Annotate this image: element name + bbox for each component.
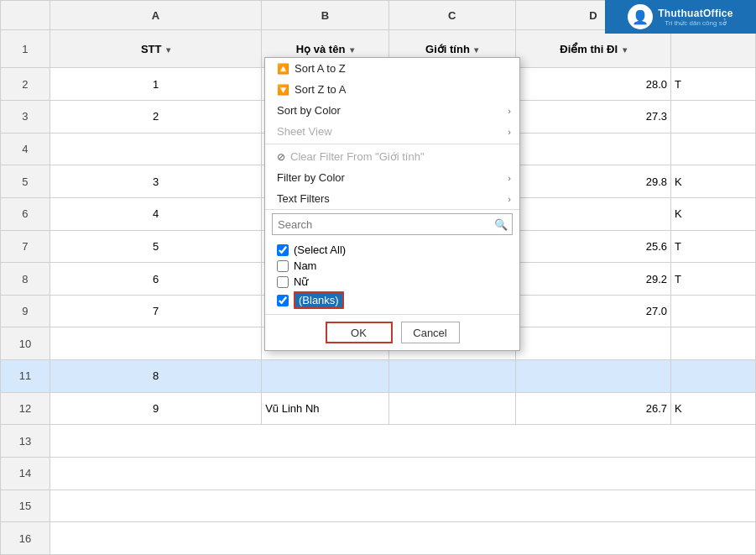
row-number: 14 [1, 457, 50, 490]
search-icon: 🔍 [494, 218, 508, 231]
cell-score: 29.8 [515, 165, 670, 198]
sheet-view-menu-item[interactable]: Sheet View › [265, 121, 519, 142]
filter-stt-icon[interactable]: ▾ [166, 45, 170, 55]
cell-extra [671, 295, 756, 327]
cell-stt: 3 [50, 165, 261, 198]
cell-stt [50, 133, 261, 165]
row-number: 12 [1, 392, 50, 425]
blanks-check-item[interactable]: (Blanks) [277, 290, 508, 311]
cell-stt: 8 [50, 360, 261, 393]
row-number: 3 [1, 101, 50, 134]
cell-extra [671, 133, 756, 165]
header-diem-thi[interactable]: Điểm thi ĐI ▾ [515, 30, 670, 68]
sort-by-color-label: Sort by Color [277, 104, 341, 117]
nu-label: Nữ [294, 275, 308, 288]
table-row: 11 8 [1, 360, 756, 393]
logo-area: 👤 ThuthuatOffice Tri thức dân công sở [605, 0, 756, 34]
col-header-rownum [1, 1, 50, 30]
cell-gender [388, 360, 515, 393]
nam-label: Nam [294, 259, 316, 272]
cell-stt: 9 [50, 392, 261, 425]
col-header-b: B [262, 1, 388, 30]
row-number: 11 [1, 360, 50, 393]
logo-sub: Tri thức dân công sở [658, 19, 733, 27]
cell-extra: T [671, 68, 756, 101]
text-filters-menu-item[interactable]: Text Filters › [265, 188, 519, 209]
cell-extra: K [671, 392, 756, 425]
row-number: 10 [1, 327, 50, 360]
row-number: 8 [1, 263, 50, 296]
col-header-a: A [50, 1, 261, 30]
sort-az-icon: 🔼 [277, 63, 289, 75]
cell-extra: T [671, 230, 756, 263]
table-row: 13 [1, 425, 756, 458]
cell-stt: 5 [50, 230, 261, 263]
cell-score: 27.3 [515, 101, 670, 134]
nam-check-item[interactable]: Nam [277, 258, 508, 274]
select-all-checkbox[interactable] [277, 244, 289, 256]
row-number: 16 [1, 522, 50, 555]
cell-score: 28.0 [515, 68, 670, 101]
row-number: 13 [1, 425, 50, 458]
cell-stt: 2 [50, 101, 261, 134]
nu-checkbox[interactable] [277, 276, 289, 288]
filter-gioi-tinh-icon[interactable]: ▾ [474, 45, 478, 55]
table-row: 16 [1, 522, 756, 555]
sort-az-menu-item[interactable]: 🔼 Sort A to Z [265, 58, 519, 79]
cell-extra: T [671, 263, 756, 296]
header-stt[interactable]: STT ▾ [50, 30, 261, 68]
search-input[interactable] [272, 213, 513, 235]
sort-za-menu-item[interactable]: 🔽 Sort Z to A [265, 79, 519, 100]
sheet-view-arrow-icon: › [508, 127, 511, 137]
table-row: 14 [1, 457, 756, 490]
logo-person-icon: 👤 [632, 9, 649, 25]
cell-score [515, 360, 670, 393]
blanks-checkbox[interactable] [277, 295, 289, 306]
row-number: 7 [1, 230, 50, 263]
logo-icon: 👤 [628, 4, 653, 29]
row-number: 4 [1, 133, 50, 165]
cell-extra: K [671, 197, 756, 230]
clear-filter-menu-item[interactable]: ⊘ Clear Filter From "Giới tính" [265, 146, 519, 167]
row-number: 2 [1, 68, 50, 101]
sort-za-icon: 🔽 [277, 84, 289, 96]
ok-button[interactable]: OK [326, 322, 393, 343]
cell-score: 27.0 [515, 295, 670, 327]
filter-by-color-menu-item[interactable]: Filter by Color › [265, 167, 519, 188]
filter-color-arrow-icon: › [508, 173, 511, 183]
logo-text-block: ThuthuatOffice Tri thức dân công sở [658, 7, 733, 27]
blanks-label: (Blanks) [294, 291, 344, 309]
cell-name [262, 360, 388, 393]
filter-clear-icon: ⊘ [277, 151, 285, 163]
sort-by-color-menu-item[interactable]: Sort by Color › [265, 100, 519, 121]
header-extra[interactable] [671, 30, 756, 68]
select-all-check-item[interactable]: (Select All) [277, 242, 508, 258]
spreadsheet: 👤 ThuthuatOffice Tri thức dân công sở A … [0, 0, 756, 555]
row-number: 15 [1, 490, 50, 522]
row-number-1: 1 [1, 30, 50, 68]
filter-dropdown-menu: 🔼 Sort A to Z 🔽 Sort Z to A Sort by Colo… [264, 57, 520, 351]
cell-score [515, 327, 670, 360]
col-header-c: C [388, 1, 515, 30]
table-row: 12 9 Vũ Linh Nh 26.7 K [1, 392, 756, 425]
sort-az-label: Sort A to Z [295, 62, 346, 75]
select-all-label: (Select All) [294, 243, 346, 256]
cell-score [515, 197, 670, 230]
filter-hoten-icon[interactable]: ▾ [350, 45, 354, 55]
cell-extra [671, 101, 756, 134]
search-box-container: 🔍 [265, 209, 519, 238]
cell-extra [671, 360, 756, 393]
text-filters-arrow-icon: › [508, 194, 511, 204]
text-filters-label: Text Filters [277, 192, 330, 205]
clear-filter-label: Clear Filter From "Giới tính" [290, 150, 425, 163]
cell-gender [388, 392, 515, 425]
cell-score: 26.7 [515, 392, 670, 425]
row-number: 6 [1, 197, 50, 230]
cell-score: 25.6 [515, 230, 670, 263]
nu-check-item[interactable]: Nữ [277, 274, 508, 290]
cancel-button[interactable]: Cancel [401, 322, 460, 343]
nam-checkbox[interactable] [277, 260, 289, 272]
filter-diem-icon[interactable]: ▾ [623, 45, 627, 55]
cell-stt: 6 [50, 263, 261, 296]
cell-extra [671, 327, 756, 360]
